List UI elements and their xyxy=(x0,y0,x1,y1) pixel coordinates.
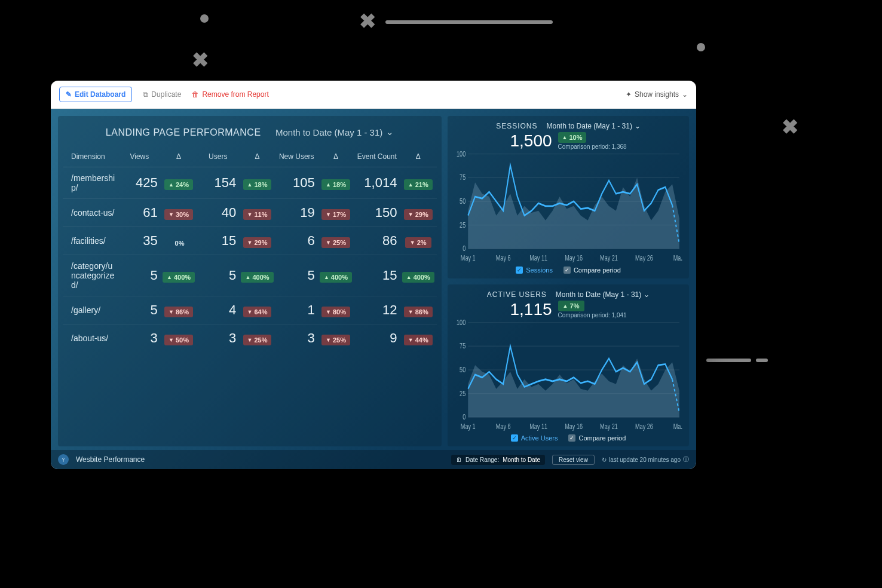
delta-badge: ▼44% xyxy=(404,335,433,345)
table-date-range-selector[interactable]: Month to Date (May 1 - 31) ⌄ xyxy=(275,127,394,137)
chevron-down-icon: ⌄ xyxy=(386,127,394,137)
cell-users: 154 xyxy=(197,167,238,198)
th-dimension: Dimension xyxy=(63,149,119,167)
sessions-legend-compare-toggle[interactable]: ✓ Compare period xyxy=(564,267,621,274)
info-icon: ⓘ xyxy=(683,455,689,464)
sessions-comparison-text: Comparison period: 1,368 xyxy=(558,143,627,150)
th-event-count: Event Count xyxy=(354,149,399,167)
users-delta-badge: ▲7% xyxy=(558,301,584,311)
th-event-delta: Δ xyxy=(399,149,437,167)
sessions-delta-badge: ▲10% xyxy=(558,132,587,143)
svg-text:50: 50 xyxy=(460,197,466,206)
delta-badge: ▲18% xyxy=(243,179,272,190)
landing-page-table-panel: LANDING PAGE PERFORMANCE Month to Date (… xyxy=(58,116,442,446)
cell-new-users: 105 xyxy=(276,167,317,198)
svg-text:May 11: May 11 xyxy=(529,422,547,430)
show-insights-button[interactable]: ✦ Show insights ⌄ xyxy=(626,90,688,99)
users-value: 1,115 xyxy=(510,300,552,319)
delta-badge: ▼25% xyxy=(243,335,272,345)
toolbar: ✎ Edit Databoard ⧉ Duplicate 🗑 Remove fr… xyxy=(51,81,696,109)
edit-databoard-button[interactable]: ✎ Edit Databoard xyxy=(59,87,132,102)
delta-badge: ▼17% xyxy=(321,209,350,220)
cell-users-delta: ▼11% xyxy=(238,198,276,226)
cell-new-users: 1 xyxy=(276,296,317,324)
cell-users: 5 xyxy=(197,255,238,296)
svg-text:100: 100 xyxy=(457,151,466,158)
cell-dimension: /membership/ xyxy=(63,167,119,198)
table-row: /about-us/3▼50%3▼25%3▼25%9▼44% xyxy=(63,324,437,352)
remove-label: Remove from Report xyxy=(202,90,268,99)
delta-badge: ▼30% xyxy=(164,209,193,220)
sessions-legend-primary-toggle[interactable]: ✓ Sessions xyxy=(516,267,553,274)
refresh-icon: ↻ xyxy=(602,457,607,463)
users-legend-compare-toggle[interactable]: ✓ Compare period xyxy=(568,434,626,442)
sessions-chart-area: 0255075100May 1May 6May 11May 16May 21Ma… xyxy=(454,151,683,264)
footer-board-name: Wesbite Performance xyxy=(76,455,145,464)
cell-events-delta: ▼29% xyxy=(399,198,437,226)
users-legend-primary-toggle[interactable]: ✓ Active Users xyxy=(511,434,558,442)
cell-event-count: 1,014 xyxy=(354,167,399,198)
cell-new-users-delta: ▲18% xyxy=(317,167,355,198)
table-row: /facilities/350%15▼29%6▼25%86▼2% xyxy=(63,226,437,255)
active-users-chart-panel: ACTIVE USERS Month to Date (May 1 - 31) … xyxy=(448,284,689,447)
th-users: Users xyxy=(197,149,238,167)
table-row: /membership/425▲24%154▲18%105▲18%1,014▲2… xyxy=(63,167,437,198)
cell-dimension: /about-us/ xyxy=(63,324,119,352)
cell-users-delta: ▼64% xyxy=(238,296,276,324)
duplicate-button[interactable]: ⧉ Duplicate xyxy=(143,90,181,99)
table-row: /gallery/5▼86%4▼64%1▼80%12▼86% xyxy=(63,296,437,324)
svg-text:0: 0 xyxy=(463,412,466,421)
duplicate-label: Duplicate xyxy=(151,90,181,99)
cell-views-delta: ▲24% xyxy=(160,167,198,198)
checkbox-checked-icon: ✓ xyxy=(564,267,571,274)
svg-text:25: 25 xyxy=(460,220,466,229)
remove-from-report-button[interactable]: 🗑 Remove from Report xyxy=(192,90,268,99)
cell-users-delta: ▼29% xyxy=(238,226,276,255)
edit-label: Edit Databoard xyxy=(75,90,125,99)
cell-dimension: /gallery/ xyxy=(63,296,119,324)
cell-event-count: 9 xyxy=(354,324,399,352)
cell-views: 61 xyxy=(119,198,160,226)
cell-new-users-delta: ▼25% xyxy=(317,324,355,352)
delta-badge: ▼2% xyxy=(405,237,431,248)
cell-users: 40 xyxy=(197,198,238,226)
cell-events-delta: ▲21% xyxy=(399,167,437,198)
svg-text:0: 0 xyxy=(463,244,466,253)
footer-date-range-selector[interactable]: 🗓 Date Range: Month to Date xyxy=(451,455,545,465)
reset-view-button[interactable]: Reset view xyxy=(552,455,595,465)
insights-label: Show insights xyxy=(635,90,679,99)
cell-views-delta: ▲400% xyxy=(160,255,198,296)
th-new-users-delta: Δ xyxy=(317,149,355,167)
chevron-down-icon: ⌄ xyxy=(682,90,688,99)
svg-text:May 6: May 6 xyxy=(496,253,511,262)
chevron-down-icon: ⌄ xyxy=(644,290,650,299)
delta-badge: ▼29% xyxy=(404,209,433,220)
delta-badge: ▲400% xyxy=(402,272,434,283)
svg-text:May 1: May 1 xyxy=(461,422,476,430)
cell-event-count: 86 xyxy=(354,226,399,255)
users-chart-area: 0255075100May 1May 6May 11May 16May 21Ma… xyxy=(454,319,683,433)
delta-badge: ▼50% xyxy=(164,335,193,345)
table-title: LANDING PAGE PERFORMANCE xyxy=(106,127,261,138)
delta-badge: ▼25% xyxy=(321,237,350,248)
svg-text:May 6: May 6 xyxy=(496,422,511,430)
cell-dimension: /category/uncategorized/ xyxy=(63,255,119,296)
databoard-icon: ⫯ xyxy=(58,454,69,465)
copy-icon: ⧉ xyxy=(143,90,148,99)
sessions-chart-range-selector[interactable]: Month to Date (May 1 - 31) ⌄ xyxy=(547,122,641,130)
cell-users: 3 xyxy=(197,324,238,352)
delta-badge: ▲21% xyxy=(404,179,433,190)
cell-users: 4 xyxy=(197,296,238,324)
cell-views: 425 xyxy=(119,167,160,198)
checkbox-checked-icon: ✓ xyxy=(568,434,575,442)
delta-badge: ▼25% xyxy=(321,335,350,345)
users-chart-range-selector[interactable]: Month to Date (May 1 - 31) ⌄ xyxy=(556,290,650,299)
svg-text:May 1: May 1 xyxy=(461,253,476,262)
delta-badge: ▼64% xyxy=(243,307,272,317)
svg-text:May 21: May 21 xyxy=(600,422,618,430)
cell-new-users-delta: ▼25% xyxy=(317,226,355,255)
delta-badge: 0% xyxy=(166,238,192,249)
sessions-chart-title: SESSIONS xyxy=(496,122,537,130)
cell-new-users-delta: ▼80% xyxy=(317,296,355,324)
svg-text:Ma...: Ma... xyxy=(673,422,683,430)
